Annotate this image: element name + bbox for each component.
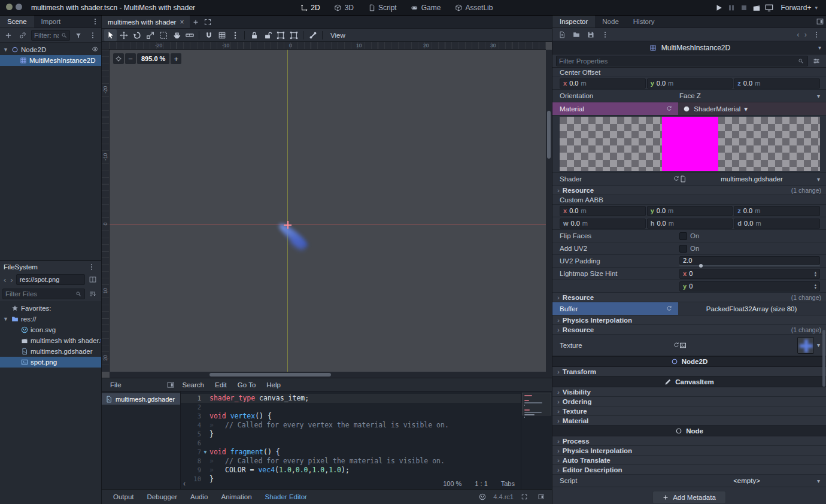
- group-visibility[interactable]: ›Visibility: [552, 387, 826, 397]
- code-editor[interactable]: 1shader_type canvas_item;23void vertex()…: [181, 391, 552, 489]
- property-value[interactable]: PackedFloat32Array (size 80): [678, 302, 826, 315]
- menu-go-to[interactable]: Go To: [233, 381, 260, 388]
- scene-node-node2d[interactable]: ▼Node2D: [0, 44, 101, 55]
- code-line[interactable]: 9»COLOR = vec4(1.0,0.0,1.0,1.0);: [181, 466, 552, 475]
- add-node-button[interactable]: [2, 28, 14, 42]
- bottom-tab-audio[interactable]: Audio: [184, 490, 214, 504]
- file-res[interactable]: ▼res://: [0, 314, 101, 324]
- visibility-eye-icon[interactable]: [92, 45, 99, 54]
- property-texture[interactable]: Texture▾: [552, 335, 826, 356]
- inspector-scrollbar[interactable]: [822, 330, 825, 387]
- group-physics-interpolation[interactable]: ›Physics Interpolation: [552, 315, 826, 325]
- section-node2d[interactable]: Node2D: [552, 356, 826, 367]
- zoom-level[interactable]: 895.0 %: [137, 53, 169, 64]
- filesystem-menu-button[interactable]: [86, 261, 98, 272]
- scene-filter-input[interactable]: [34, 32, 59, 39]
- pause-button[interactable]: [727, 4, 736, 12]
- group-auto-translate[interactable]: ›Auto Translate: [552, 456, 826, 465]
- texture-thumbnail[interactable]: [797, 337, 814, 354]
- number-field[interactable]: w0.0m: [560, 218, 646, 229]
- selection-list-button[interactable]: [157, 29, 169, 41]
- revert-icon[interactable]: [673, 342, 679, 349]
- scene-tree-menu-button[interactable]: [87, 28, 99, 42]
- scene-node-multimeshinstance2d[interactable]: MultiMeshInstance2D: [0, 55, 101, 66]
- snap-options-button[interactable]: [229, 29, 241, 41]
- property-value[interactable]: ▾: [679, 337, 820, 354]
- viewport-horizontal-scrollbar[interactable]: [110, 372, 546, 378]
- workspace-game[interactable]: Game: [406, 0, 447, 15]
- zoom-out-button[interactable]: −: [125, 53, 136, 64]
- window-button-1[interactable]: [6, 4, 13, 10]
- sort-files-button[interactable]: [87, 287, 99, 301]
- spinner-arrows-icon[interactable]: ▴▾: [815, 271, 816, 277]
- tab-node[interactable]: Node: [595, 16, 626, 28]
- bottom-tab-output[interactable]: Output: [107, 490, 141, 504]
- number-field[interactable]: y0.0m: [647, 78, 733, 89]
- nav-back-button[interactable]: ‹: [2, 275, 7, 284]
- scale-tool-button[interactable]: [144, 29, 156, 41]
- collapse-file-list-button[interactable]: ‹: [183, 479, 186, 488]
- number-field[interactable]: d0.0m: [734, 218, 820, 229]
- menu-search[interactable]: Search: [178, 381, 209, 388]
- group-transform[interactable]: ›Transform: [552, 367, 826, 377]
- movie-writer-button[interactable]: [765, 4, 773, 12]
- select-tool-button[interactable]: [104, 29, 117, 41]
- rotate-tool-button[interactable]: [130, 29, 143, 41]
- menu-help[interactable]: Help: [262, 381, 286, 388]
- revert-icon[interactable]: [666, 105, 672, 113]
- group-texture[interactable]: ›Texture: [552, 406, 826, 416]
- ruler-tool-button[interactable]: [183, 29, 196, 41]
- expand-bottom-panel-button[interactable]: [518, 494, 530, 500]
- expander-icon[interactable]: ▼: [2, 316, 9, 322]
- window-buttons[interactable]: [6, 4, 25, 12]
- number-field[interactable]: z0.0m: [734, 78, 820, 89]
- grid-snap-button[interactable]: [215, 29, 228, 41]
- resource-menu-button[interactable]: [599, 28, 611, 41]
- zoom-in-button[interactable]: +: [171, 53, 181, 64]
- code-line[interactable]: 2: [181, 403, 552, 412]
- property-value[interactable]: multimesh.gdshader▾: [679, 175, 820, 183]
- nav-forward-button[interactable]: ›: [9, 275, 14, 284]
- property-lightmap-size-hint-y[interactable]: y0▴▾: [552, 280, 826, 293]
- revert-icon[interactable]: [666, 305, 672, 312]
- group-selected-button[interactable]: [274, 29, 287, 41]
- group-ordering[interactable]: ›Ordering: [552, 397, 826, 406]
- new-scene-tab-button[interactable]: [190, 16, 202, 28]
- property-lightmap-size-hint[interactable]: Lightmap Size Hintx0▴▾: [552, 268, 826, 280]
- revert-icon[interactable]: [673, 175, 679, 183]
- smart-snap-button[interactable]: [202, 29, 215, 41]
- skeleton-options-button[interactable]: [306, 29, 319, 41]
- code-line[interactable]: 7▼void fragment() {: [181, 448, 552, 457]
- spinner-arrows-icon[interactable]: ▴▾: [815, 283, 816, 289]
- float-dock-button[interactable]: [814, 16, 826, 28]
- workspace-2d[interactable]: 2D: [295, 0, 325, 15]
- view-menu[interactable]: View: [326, 32, 350, 39]
- indent-mode[interactable]: Tabs: [501, 480, 515, 487]
- section-node[interactable]: Node: [552, 426, 826, 436]
- history-menu-button[interactable]: [810, 28, 822, 41]
- number-field[interactable]: z0.0m: [734, 206, 820, 216]
- file-icon-svg[interactable]: icon.svg: [0, 324, 101, 335]
- history-back-button[interactable]: ‹: [795, 30, 800, 39]
- bottom-tab-animation[interactable]: Animation: [214, 490, 258, 504]
- scrollbar-thumb[interactable]: [547, 111, 551, 159]
- new-resource-button[interactable]: [556, 28, 568, 41]
- ungroup-selected-button[interactable]: [287, 29, 300, 41]
- group-process[interactable]: ›Process: [552, 436, 826, 446]
- bottom-tab-shader-editor[interactable]: Shader Editor: [259, 490, 314, 504]
- file-spot-png[interactable]: spot.png: [0, 357, 101, 368]
- fold-arrow-icon[interactable]: ▼: [201, 448, 209, 457]
- filter-properties-box[interactable]: [556, 56, 808, 66]
- bottom-tab-debugger[interactable]: Debugger: [141, 490, 184, 504]
- group-material[interactable]: ›Material: [552, 416, 826, 426]
- group-editor-description[interactable]: ›Editor Description: [552, 465, 826, 475]
- history-forward-button[interactable]: ›: [803, 30, 808, 39]
- viewport-vertical-scrollbar[interactable]: [546, 50, 552, 372]
- scene-tab-multimesh-with-shader[interactable]: multimesh with shader×: [102, 16, 190, 28]
- slider-field[interactable]: 2.0: [679, 256, 820, 266]
- renderer-dropdown[interactable]: Forward+ ▾: [778, 4, 820, 12]
- property-value[interactable]: Face Z▾: [679, 92, 820, 99]
- toggle-fullscreen-button[interactable]: [202, 16, 214, 28]
- filter-properties-input[interactable]: [559, 57, 795, 65]
- filter-files-box[interactable]: [2, 289, 85, 299]
